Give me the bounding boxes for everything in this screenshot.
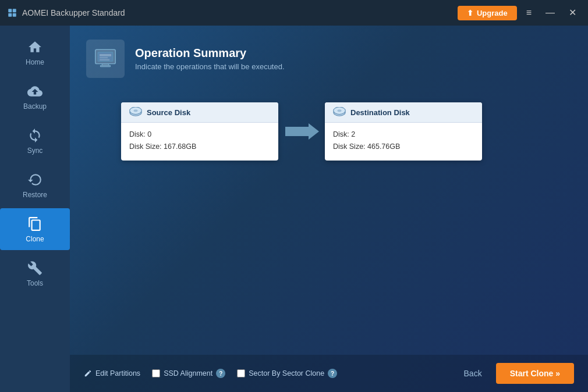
operation-summary-icon: [92, 45, 119, 72]
sidebar: Home Backup Sync Res: [0, 26, 70, 392]
tools-icon: [26, 259, 44, 277]
destination-disk-header: Destination Disk: [325, 102, 482, 123]
svg-rect-7: [100, 66, 110, 67]
disk-area: Source Disk Disk: 0 Disk Size: 167.68GB: [121, 102, 572, 161]
sidebar-item-clone[interactable]: Clone: [0, 208, 70, 250]
close-button[interactable]: ✕: [564, 6, 581, 20]
clone-icon: [26, 215, 44, 233]
source-disk-body: Disk: 0 Disk Size: 167.68GB: [121, 123, 278, 161]
main-content: Operation Summary Indicate the operation…: [70, 26, 588, 392]
svg-rect-9: [100, 57, 108, 58]
svg-rect-0: [8, 9, 12, 12]
arrow-icon: [283, 121, 320, 142]
svg-rect-1: [13, 9, 16, 12]
svg-rect-10: [100, 59, 109, 60]
app-logo-icon: [7, 8, 17, 18]
app-title: AOMEI Backupper Standard: [22, 8, 125, 17]
sector-by-sector-option[interactable]: Sector By Sector Clone ?: [237, 369, 337, 378]
sidebar-item-sync[interactable]: Sync: [0, 120, 70, 162]
source-disk-label: Source Disk: [147, 108, 190, 117]
ssd-alignment-checkbox[interactable]: [152, 369, 160, 377]
ssd-alignment-option[interactable]: SSD Alignment ?: [152, 369, 225, 378]
footer-options: Edit Partitions SSD Alignment ? Sector B…: [84, 369, 457, 378]
svg-point-17: [338, 109, 342, 112]
svg-marker-14: [285, 123, 319, 140]
destination-disk-number: Disk: 2: [333, 129, 474, 141]
backup-icon: [26, 83, 44, 100]
operation-icon-box: [86, 40, 125, 78]
back-button[interactable]: Back: [457, 365, 489, 382]
title-bar: AOMEI Backupper Standard ⬆ Upgrade ≡ — ✕: [0, 0, 588, 26]
source-disk-size: Disk Size: 167.68GB: [129, 141, 270, 153]
svg-rect-3: [13, 13, 16, 17]
operation-header: Operation Summary Indicate the operation…: [86, 40, 572, 78]
edit-partitions-icon: [84, 369, 92, 377]
sidebar-item-backup[interactable]: Backup: [0, 76, 70, 117]
edit-partitions-link[interactable]: Edit Partitions: [84, 369, 140, 377]
operation-subtitle: Indicate the operations that will be exe…: [135, 62, 285, 71]
destination-disk-body: Disk: 2 Disk Size: 465.76GB: [325, 123, 482, 161]
restore-icon: [26, 171, 44, 188]
footer-nav: Back Start Clone »: [457, 363, 574, 384]
start-clone-button[interactable]: Start Clone »: [496, 363, 574, 384]
sector-by-sector-checkbox[interactable]: [237, 369, 245, 377]
source-disk-box: Source Disk Disk: 0 Disk Size: 167.68GB: [121, 102, 278, 161]
operation-title: Operation Summary: [135, 47, 285, 60]
source-disk-icon: [129, 107, 142, 117]
operation-text: Operation Summary Indicate the operation…: [135, 47, 285, 71]
source-disk-header: Source Disk: [121, 102, 278, 123]
sync-icon: [26, 127, 44, 144]
upgrade-icon: ⬆: [467, 9, 473, 17]
source-disk-number: Disk: 0: [129, 129, 270, 141]
arrow-connector: [278, 121, 325, 142]
svg-point-13: [134, 109, 138, 112]
footer-bar: Edit Partitions SSD Alignment ? Sector B…: [70, 355, 588, 392]
sidebar-item-tools[interactable]: Tools: [0, 252, 70, 294]
title-controls: ⬆ Upgrade ≡ — ✕: [458, 6, 581, 20]
ssd-alignment-help-icon[interactable]: ?: [216, 369, 225, 378]
destination-disk-box: Destination Disk Disk: 2 Disk Size: 465.…: [325, 102, 482, 161]
destination-disk-label: Destination Disk: [350, 108, 410, 117]
app-title-area: AOMEI Backupper Standard: [7, 8, 125, 18]
svg-rect-2: [8, 13, 12, 17]
app-body: Home Backup Sync Res: [0, 26, 588, 392]
svg-rect-8: [100, 54, 111, 56]
sidebar-item-restore[interactable]: Restore: [0, 164, 70, 206]
menu-button[interactable]: ≡: [522, 6, 536, 20]
destination-disk-icon: [333, 107, 346, 117]
home-icon: [26, 38, 44, 56]
sector-clone-help-icon[interactable]: ?: [328, 369, 337, 378]
upgrade-button[interactable]: ⬆ Upgrade: [458, 6, 517, 20]
minimize-button[interactable]: —: [541, 6, 559, 20]
destination-disk-size: Disk Size: 465.76GB: [333, 141, 474, 153]
sidebar-item-home[interactable]: Home: [0, 31, 70, 73]
